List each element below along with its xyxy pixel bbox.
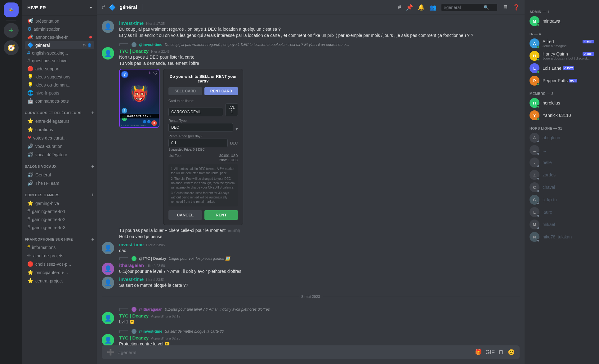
channel-item-idees[interactable]: 💡 idées-suggestions	[25, 73, 94, 81]
message-group: 👤 itharagaian Hier à 23:50 0.1/jour pour…	[97, 262, 525, 275]
reply-author[interactable]: @invest-time	[139, 329, 162, 334]
search-bar[interactable]: 🔍	[441, 4, 497, 11]
server-icon-add[interactable]: +	[4, 23, 19, 38]
member-item-mintrawa[interactable]: M mintrawa	[527, 15, 597, 27]
channel-item-english[interactable]: # english-speaking...	[25, 49, 94, 57]
member-name-yannick: Yannick 63110	[543, 113, 594, 118]
rent-cancel-button[interactable]: CANCEL	[168, 210, 202, 220]
member-item-offline-4[interactable]: Z zardos	[527, 169, 597, 181]
rent-card-tab[interactable]: RENT CARD	[204, 87, 238, 95]
member-item-yannick[interactable]: Y Yannick 63110	[527, 109, 597, 122]
gif-icon[interactable]: GIF	[485, 349, 495, 356]
message-content: @invest-time Sa sert de mettre bloqué la…	[119, 329, 520, 345]
reply-notice-author[interactable]: @TYC | Deadzy	[139, 256, 166, 261]
category-add-button[interactable]: +	[91, 192, 94, 198]
reply-author[interactable]: @itharagaian	[139, 307, 163, 312]
message-content: invest-time Hier à 23:51 Sa sert de mett…	[119, 277, 520, 289]
sell-card-tab[interactable]: SELL CARD	[168, 87, 202, 95]
message-content: itharagaian Hier à 23:50 0.1/jour pour u…	[119, 263, 520, 275]
message-input[interactable]	[118, 350, 475, 355]
sticker-icon[interactable]: 🗒	[498, 349, 504, 356]
member-item-offline-1[interactable]: A abcglonn	[527, 131, 597, 144]
hashtag-icon[interactable]: #	[398, 4, 401, 11]
server-icon-hive-fr[interactable]: 🐝	[4, 2, 19, 17]
message-header: TYC | Deadzy Aujourd'hui à 02:19	[119, 313, 520, 318]
channel-item-annonces[interactable]: 📣 annonces-hive-fr	[25, 33, 94, 41]
channel-item-posts[interactable]: 🌐 hive-fr-posts	[25, 89, 94, 97]
channel-item-administration[interactable]: ⚙ administration	[25, 25, 94, 33]
help-icon[interactable]: ❓	[513, 4, 520, 11]
channel-item-hteam[interactable]: 🔊 The H-Team	[25, 179, 94, 187]
inbox-icon[interactable]: 🖥	[502, 4, 508, 11]
channel-item-bots[interactable]: 🤖 commandes-bots	[25, 97, 94, 105]
server-header[interactable]: HIVE-FR ▾	[22, 0, 97, 16]
settings-icon[interactable]: ⚙	[83, 43, 86, 47]
channel-item-curations[interactable]: ⭐ curations	[25, 126, 94, 133]
pin-icon[interactable]: 📌	[406, 4, 413, 11]
reply-avatar	[132, 42, 136, 47]
message-group: 👤 invest-time Hier à 23:05 dac	[97, 241, 525, 255]
message-text: Protection contre le vol 🙂	[119, 341, 520, 345]
channel-item-entre-delegateurs[interactable]: ⭐ entre-délégateurs	[25, 117, 94, 125]
member-item-offline-7[interactable]: L laure	[527, 206, 597, 218]
member-item-offline-6[interactable]: C c_kp-tu	[527, 193, 597, 206]
message-author[interactable]: TYC | Deadzy	[119, 335, 149, 340]
category-add-button[interactable]: +	[91, 237, 94, 242]
members-icon[interactable]: 👥	[430, 4, 436, 11]
search-input[interactable]	[444, 5, 481, 10]
message-content: invest-time Hier à 23:05 dac	[119, 242, 520, 254]
add-file-icon[interactable]: ➕	[107, 348, 114, 356]
gift-icon[interactable]: 🎁	[475, 349, 482, 356]
member-status-offline	[537, 214, 540, 217]
category-add-button[interactable]: +	[91, 164, 94, 169]
channel-item-vocal-delegateur[interactable]: 🔊 vocal délégateur	[25, 151, 94, 158]
bell-icon[interactable]: 🔔	[418, 4, 425, 11]
channel-item-votes[interactable]: ❤ votes-des-curat...	[25, 134, 94, 142]
channel-item-aide[interactable]: 🔴 aide-support	[25, 65, 94, 73]
channel-item-general[interactable]: 🔷 général ⚙ 👤	[25, 41, 94, 49]
channel-item-questions[interactable]: # questions-sur-hive	[25, 57, 94, 64]
message-author[interactable]: invest-time	[119, 277, 144, 282]
channel-item-gaming-hive[interactable]: ⭐ gaming-hive	[25, 199, 94, 207]
message-author[interactable]: itharagaian	[119, 263, 144, 268]
member-item-heroldius[interactable]: H heroldius	[527, 97, 597, 109]
member-item-offline-5[interactable]: C chaval	[527, 181, 597, 193]
member-item-offline-2[interactable]: ... ...	[527, 144, 597, 156]
message-author[interactable]: invest-time	[119, 242, 144, 247]
channel-item-vocal-curation[interactable]: 🔊 vocal-curation	[25, 142, 94, 150]
server-icon-explore[interactable]: 🧭	[4, 40, 19, 55]
channel-item-idees2[interactable]: 💡 idées-ou-deman...	[25, 81, 94, 89]
channel-item-gaming1[interactable]: # gaming-entre-fr-1	[25, 208, 94, 215]
channel-item-central[interactable]: ⭐ central-project	[25, 277, 94, 285]
emoji-icon[interactable]: 😊	[508, 349, 515, 356]
add-member-icon[interactable]: 👤	[87, 43, 92, 47]
member-item-harley[interactable]: H Harley Quinn ✓ BOT Joue à docs.zira.bo…	[527, 50, 597, 62]
channel-item-choisissez[interactable]: 🔴 choisissez-vos-p...	[25, 260, 94, 268]
category-add-button[interactable]: +	[91, 110, 94, 116]
channel-item-gaming2[interactable]: # gaming-entre-fr-2	[25, 216, 94, 223]
rent-info-box: 1. All rentals paid in DEC tokens. A 5% …	[168, 164, 238, 206]
channel-item-informations[interactable]: # informations	[25, 244, 94, 251]
dropdown-icon[interactable]: ▾	[235, 126, 238, 132]
channel-icon: 🔊	[27, 172, 34, 178]
channel-item-gaming3[interactable]: # gaming-entre-fr-3	[25, 224, 94, 231]
member-status-text: Joue à /imagine	[543, 44, 594, 48]
member-item-offline-3[interactable]: . helle	[527, 156, 597, 169]
members-sidebar: ADMIN — 1 M mintrawa IA — 4 A Alfred ✓ B…	[525, 0, 599, 364]
message-author[interactable]: TYC | Deadzy	[119, 313, 149, 318]
reply-author[interactable]: @invest-time	[139, 42, 162, 47]
message-author[interactable]: invest-time	[119, 20, 144, 26]
rent-rent-button[interactable]: RENT	[204, 210, 238, 220]
member-item-pepper[interactable]: P Pepper Potts BOT	[527, 74, 597, 87]
channel-item-principaute[interactable]: ⭐ principauté-du-...	[25, 269, 94, 276]
channel-item-ajout[interactable]: ✏ ajout-de-projets	[25, 252, 94, 260]
channel-item-vocal-general[interactable]: 🔊 Général	[25, 171, 94, 179]
member-item-alfred[interactable]: A Alfred ✓ BOT Joue à /imagine	[527, 37, 597, 50]
member-item-lois[interactable]: L Lois Lane ✓ BOT	[527, 62, 597, 74]
channel-item-presentation[interactable]: 📢 présentation	[25, 17, 94, 25]
member-item-offline-9[interactable]: N niko78_tulakan	[527, 231, 597, 243]
member-avatar: .	[530, 158, 539, 167]
member-item-offline-8[interactable]: M mikael	[527, 218, 597, 231]
message-author[interactable]: TYC | Deadzy	[119, 48, 149, 54]
rent-price-input[interactable]	[168, 139, 228, 147]
